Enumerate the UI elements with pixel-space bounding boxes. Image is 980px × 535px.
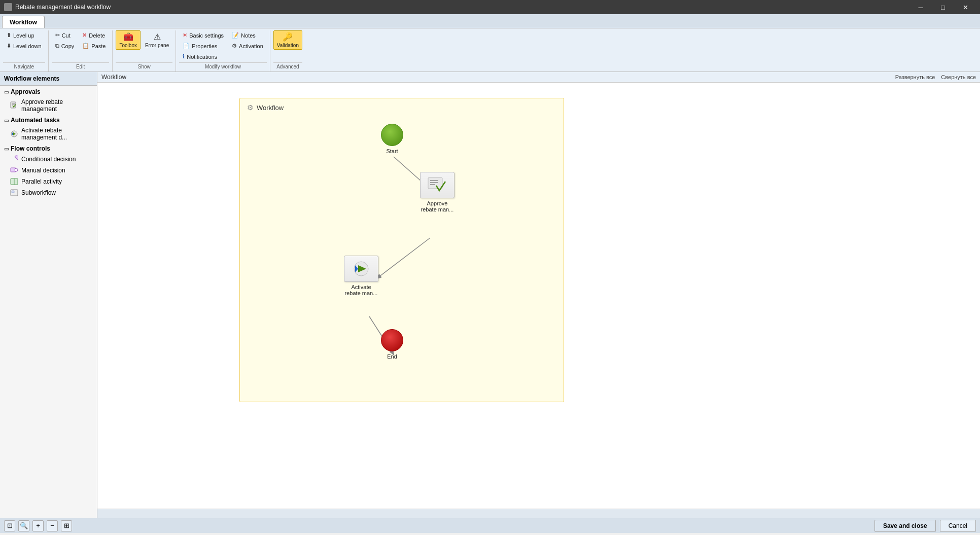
level-up-button[interactable]: ⬆ Level up xyxy=(3,30,45,40)
sidebar-item-approve-rebate[interactable]: Approve rebate management xyxy=(0,97,97,114)
canvas-area: Workflow Развернуть все Свернуть все ⚙ W… xyxy=(97,72,980,518)
canvas-expand-controls: Развернуть все Свернуть все xyxy=(895,74,976,80)
validation-button[interactable]: 🔑 Validation xyxy=(273,30,302,50)
svg-rect-6 xyxy=(15,155,18,160)
sidebar-header: Workflow elements xyxy=(0,72,97,86)
notes-icon: 📝 xyxy=(232,32,239,39)
close-button[interactable]: ✕ xyxy=(955,0,976,14)
canvas-toolbar-title: Workflow xyxy=(101,74,126,81)
activate-label: Activaterebate man... xyxy=(345,284,378,296)
ribbon-group-edit: ✂ Cut ⧉ Copy ✕ Delete 📋 Paste Edit xyxy=(49,30,113,72)
grid-icon: ⊞ xyxy=(64,522,69,529)
show-buttons: 🧰 Toolbox ⚠ Error pane xyxy=(116,30,172,61)
canvas-toolbar: Workflow Развернуть все Свернуть все xyxy=(97,72,980,83)
sidebar-item-activate-rebate[interactable]: Activate rebate management d... xyxy=(0,125,97,142)
title-bar: Rebate management deal workflow ─ □ ✕ xyxy=(0,0,980,14)
modify-label: Modify workflow xyxy=(179,62,267,69)
ribbon: ⬆ Level up ⬇ Level down Navigate ✂ Cut ⧉ xyxy=(0,28,980,72)
activate-rebate-icon xyxy=(10,130,18,138)
notifications-button[interactable]: ℹ Notifications xyxy=(179,52,227,61)
main-area: Workflow elements ▭ Approvals Approve re… xyxy=(0,72,980,518)
automated-collapse-icon: ▭ xyxy=(4,118,9,123)
advanced-buttons: 🔑 Validation xyxy=(273,30,302,61)
zoom-selection-icon: 🔍 xyxy=(20,522,28,529)
manual-icon xyxy=(10,166,18,174)
collapse-all-button[interactable]: Свернуть все xyxy=(941,74,976,80)
sidebar-item-parallel[interactable]: Parallel activity xyxy=(0,176,97,187)
copy-button[interactable]: ⧉ Copy xyxy=(52,41,78,51)
paste-button[interactable]: 📋 Paste xyxy=(79,41,109,51)
workflow-title-icon: ⚙ xyxy=(247,103,254,112)
error-pane-button[interactable]: ⚠ Error pane xyxy=(142,30,172,50)
svg-line-14 xyxy=(377,238,430,278)
edit-buttons: ✂ Cut ⧉ Copy ✕ Delete 📋 Paste xyxy=(52,30,110,61)
sidebar-item-manual[interactable]: Manual decision xyxy=(0,165,97,176)
canvas-scroll[interactable]: ⚙ Workflow xyxy=(97,83,980,509)
minimize-button[interactable]: ─ xyxy=(910,0,931,14)
sidebar-section-flow[interactable]: ▭ Flow controls xyxy=(0,142,97,154)
approve-rebate-icon xyxy=(10,101,18,110)
properties-button[interactable]: 📄 Properties xyxy=(179,41,227,51)
sidebar-item-conditional[interactable]: Conditional decision xyxy=(0,154,97,165)
workflow-container: ⚙ Workflow xyxy=(239,98,564,402)
ribbon-group-show: 🧰 Toolbox ⚠ Error pane Show xyxy=(113,30,176,72)
sidebar-item-subworkflow[interactable]: Subworkflow xyxy=(0,187,97,198)
svg-point-8 xyxy=(15,168,18,171)
maximize-button[interactable]: □ xyxy=(932,0,954,14)
ribbon-group-navigate: ⬆ Level up ⬇ Level down Navigate xyxy=(0,30,49,72)
end-node[interactable]: End xyxy=(381,329,403,360)
fit-page-button[interactable]: ⊡ xyxy=(4,520,15,531)
approvals-collapse-icon: ▭ xyxy=(4,89,9,95)
ribbon-group-advanced: 🔑 Validation Advanced xyxy=(270,30,305,72)
activate-node[interactable]: Activaterebate man... xyxy=(344,256,378,296)
tab-workflow[interactable]: Workflow xyxy=(2,16,45,28)
cancel-button[interactable]: Cancel xyxy=(940,520,976,532)
toolbox-button[interactable]: 🧰 Toolbox xyxy=(116,30,140,50)
basic-settings-button[interactable]: ✳ Basic settings xyxy=(179,30,227,40)
start-circle xyxy=(381,124,403,146)
start-label: Start xyxy=(386,148,398,154)
navigate-buttons: ⬆ Level up ⬇ Level down xyxy=(3,30,45,61)
parallel-icon xyxy=(10,177,18,186)
error-pane-icon: ⚠ xyxy=(154,32,161,42)
svg-rect-12 xyxy=(12,191,14,193)
approve-node[interactable]: Approverebate man... xyxy=(420,172,454,212)
grid-view-button[interactable]: ⊞ xyxy=(61,520,72,531)
activation-button[interactable]: ⚙ Activation xyxy=(228,41,267,51)
toolbox-icon: 🧰 xyxy=(123,32,133,42)
delete-button[interactable]: ✕ Delete xyxy=(79,30,109,40)
level-down-icon: ⬇ xyxy=(7,43,11,49)
ribbon-group-modify: ✳ Basic settings 📄 Properties ℹ Notifica… xyxy=(176,30,270,72)
zoom-to-selection-button[interactable]: 🔍 xyxy=(18,520,29,531)
sidebar-section-automated[interactable]: ▭ Automated tasks xyxy=(0,114,97,125)
sidebar-section-approvals[interactable]: ▭ Approvals xyxy=(0,86,97,97)
canvas-inner: ⚙ Workflow xyxy=(97,83,706,438)
level-down-button[interactable]: ⬇ Level down xyxy=(3,41,45,51)
edit-label: Edit xyxy=(52,62,110,69)
canvas-scroll-bar[interactable] xyxy=(97,509,980,518)
app-icon xyxy=(4,3,12,11)
fit-page-icon: ⊡ xyxy=(7,522,13,529)
zoom-in-button[interactable]: + xyxy=(32,520,44,531)
notes-button[interactable]: 📝 Notes xyxy=(228,30,267,40)
properties-icon: 📄 xyxy=(183,43,190,49)
show-label: Show xyxy=(116,62,172,69)
approve-label: Approverebate man... xyxy=(421,200,454,212)
advanced-label: Advanced xyxy=(273,62,302,69)
cut-button[interactable]: ✂ Cut xyxy=(52,30,78,40)
flow-collapse-icon: ▭ xyxy=(4,146,9,152)
end-circle xyxy=(381,329,403,351)
delete-icon: ✕ xyxy=(82,32,87,39)
notifications-icon: ℹ xyxy=(183,53,185,60)
workflow-diagram-title: ⚙ Workflow xyxy=(245,103,558,112)
expand-all-button[interactable]: Развернуть все xyxy=(895,74,935,80)
start-node[interactable]: Start xyxy=(381,124,403,154)
zoom-out-button[interactable]: − xyxy=(47,520,58,531)
level-up-icon: ⬆ xyxy=(7,32,11,39)
zoom-out-icon: − xyxy=(50,522,54,529)
modify-buttons: ✳ Basic settings 📄 Properties ℹ Notifica… xyxy=(179,30,267,61)
svg-rect-16 xyxy=(428,177,442,189)
action-buttons: Save and close Cancel xyxy=(874,520,976,532)
save-close-button[interactable]: Save and close xyxy=(874,520,936,532)
cut-icon: ✂ xyxy=(55,32,60,39)
